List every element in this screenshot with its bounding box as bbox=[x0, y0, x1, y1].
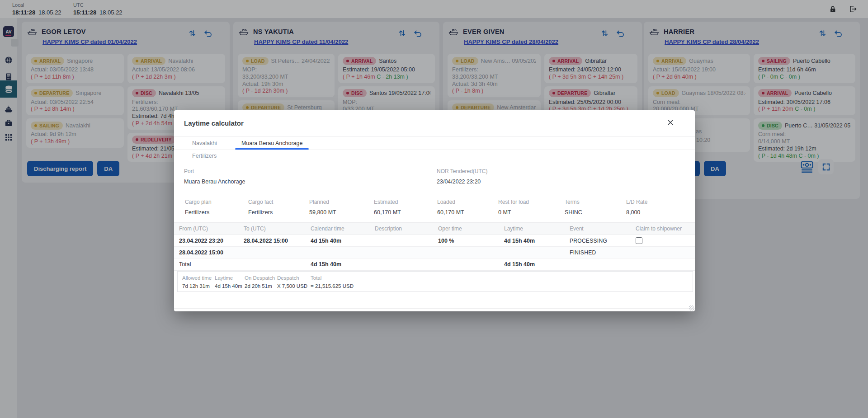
table-header-cell: Laytime bbox=[504, 223, 570, 235]
table-total-row: Total4d 15h 40m4d 15h 40m bbox=[174, 258, 695, 271]
table-cell: 28.04.2022 15:00 bbox=[179, 247, 244, 258]
table-header-row: From (UTC)To (UTC)Calendar timeDescripti… bbox=[174, 222, 695, 235]
claim-cell bbox=[636, 235, 695, 246]
table-cell bbox=[311, 247, 375, 258]
port-tab-1[interactable]: Muara Berau Anchorage bbox=[235, 136, 309, 150]
port-value: Muara Berau Anchorage bbox=[184, 178, 245, 185]
table-cell: 23.04.2022 23:20 bbox=[179, 235, 244, 246]
table-cell: 100 % bbox=[438, 235, 504, 246]
summary-column: Laytime4d 15h 40m bbox=[215, 275, 245, 291]
table-cell: 4d 15h 40m bbox=[311, 258, 375, 270]
cargo-info-column: TermsSHINC bbox=[565, 199, 626, 216]
port-tab-0[interactable]: Navalakhi bbox=[186, 136, 223, 150]
cargo-info-header: L/D Rate bbox=[626, 199, 695, 205]
table-header-cell: Oper time bbox=[438, 223, 504, 235]
table-cell bbox=[636, 258, 695, 270]
cargo-tab-0[interactable]: Fertilizers bbox=[186, 150, 223, 162]
table-cell bbox=[244, 258, 311, 270]
table-header-cell: Description bbox=[375, 223, 438, 235]
modal-title: Laytime calculator bbox=[184, 119, 244, 127]
cargo-info-value: 60,170 MT bbox=[437, 209, 498, 216]
table-cell bbox=[244, 247, 311, 258]
table-cell: Total bbox=[179, 258, 244, 270]
table-row: 23.04.2022 23:2028.04.2022 15:004d 15h 4… bbox=[174, 235, 695, 247]
table-header-cell: To (UTC) bbox=[244, 223, 311, 235]
summary-header: Allowed time bbox=[182, 275, 215, 281]
table-cell: 28.04.2022 15:00 bbox=[244, 235, 311, 246]
summary-value: 2d 20h 51m bbox=[245, 283, 277, 289]
table-cell: PROCESSING bbox=[570, 235, 636, 246]
cargo-info-column: Estimated60,170 MT bbox=[374, 199, 437, 216]
table-cell: 4d 15h 40m bbox=[504, 258, 570, 270]
table-header-cell: Event bbox=[570, 223, 636, 235]
table-header-cell: Calendar time bbox=[311, 223, 375, 235]
table-cell bbox=[375, 258, 438, 270]
table-cell: 4d 15h 40m bbox=[504, 235, 570, 246]
nor-tendered-value: 23/04/2022 23:20 bbox=[437, 178, 487, 185]
summary-column: Total= 21,515.625 USD bbox=[311, 275, 354, 291]
summary-value: = 21,515.625 USD bbox=[311, 283, 354, 289]
summary-box: Allowed time7d 12h 31mLaytime4d 15h 40mO… bbox=[177, 271, 693, 292]
summary-value: 7d 12h 31m bbox=[182, 283, 215, 289]
cargo-info-grid: Cargo planFertilizersCargo factFertilize… bbox=[185, 199, 695, 216]
port-field: Port Muara Berau Anchorage bbox=[184, 168, 245, 185]
table-cell bbox=[375, 247, 438, 258]
summary-column: On Despatch2d 20h 51m bbox=[245, 275, 277, 291]
summary-value: 4d 15h 40m bbox=[215, 283, 245, 289]
table-header-cell: Claim to shipowner bbox=[636, 223, 695, 235]
cargo-info-column: Planned59,800 MT bbox=[309, 199, 374, 216]
cargo-info-column: Cargo planFertilizers bbox=[185, 199, 248, 216]
cargo-tabs: Fertilizers bbox=[174, 150, 695, 162]
table-cell bbox=[504, 247, 570, 258]
nor-tendered-label: NOR Tendered(UTC) bbox=[437, 168, 487, 174]
cargo-info-column: Cargo factFertilizers bbox=[248, 199, 309, 216]
modal-divider bbox=[174, 162, 695, 162]
cargo-info-header: Rest for load bbox=[498, 199, 565, 205]
table-row: 28.04.2022 15:00FINISHED bbox=[174, 247, 695, 258]
claim-cell bbox=[636, 247, 695, 258]
cargo-info-header: Terms bbox=[565, 199, 626, 205]
summary-column: DespatchX 7,500 USD bbox=[277, 275, 311, 291]
cargo-info-column: Rest for load0 MT bbox=[498, 199, 565, 216]
table-cell bbox=[438, 258, 504, 270]
summary-header: Despatch bbox=[277, 275, 311, 281]
table-cell: 4d 15h 40m bbox=[311, 235, 375, 246]
cargo-info-value: Fertilizers bbox=[185, 209, 248, 216]
cargo-info-column: L/D Rate8,000 bbox=[626, 199, 695, 216]
cargo-info-header: Cargo fact bbox=[248, 199, 309, 205]
cargo-info-value: 0 MT bbox=[498, 209, 565, 216]
cargo-info-value: 59,800 MT bbox=[309, 209, 374, 216]
resize-grip[interactable] bbox=[689, 305, 694, 310]
port-tabs: NavalakhiMuara Berau Anchorage bbox=[174, 136, 695, 150]
laytime-calculator-modal: Laytime calculator NavalakhiMuara Berau … bbox=[174, 110, 695, 311]
summary-value: X 7,500 USD bbox=[277, 283, 311, 289]
modal-bottom-divider bbox=[174, 308, 695, 309]
cargo-info-value: SHINC bbox=[565, 209, 626, 216]
cargo-info-column: Loaded60,170 MT bbox=[437, 199, 498, 216]
port-label: Port bbox=[184, 168, 245, 174]
nor-tendered-field: NOR Tendered(UTC) 23/04/2022 23:20 bbox=[437, 168, 487, 185]
summary-header: Total bbox=[311, 275, 354, 281]
table-cell bbox=[375, 235, 438, 246]
close-icon[interactable] bbox=[665, 117, 676, 128]
cargo-info-value: 8,000 bbox=[626, 209, 695, 216]
table-cell bbox=[570, 258, 636, 270]
laytime-table: From (UTC)To (UTC)Calendar timeDescripti… bbox=[174, 222, 695, 271]
summary-header: Laytime bbox=[215, 275, 245, 281]
summary-column: Allowed time7d 12h 31m bbox=[182, 275, 215, 291]
cargo-info-value: Fertilizers bbox=[248, 209, 309, 216]
table-cell: FINISHED bbox=[570, 247, 636, 258]
table-cell bbox=[438, 247, 504, 258]
cargo-info-header: Loaded bbox=[437, 199, 498, 205]
cargo-info-value: 60,170 MT bbox=[374, 209, 437, 216]
table-header-cell: From (UTC) bbox=[179, 223, 244, 235]
cargo-info-header: Cargo plan bbox=[185, 199, 248, 205]
cargo-info-header: Planned bbox=[309, 199, 374, 205]
claim-checkbox[interactable] bbox=[636, 237, 642, 244]
summary-header: On Despatch bbox=[245, 275, 277, 281]
cargo-info-header: Estimated bbox=[374, 199, 437, 205]
